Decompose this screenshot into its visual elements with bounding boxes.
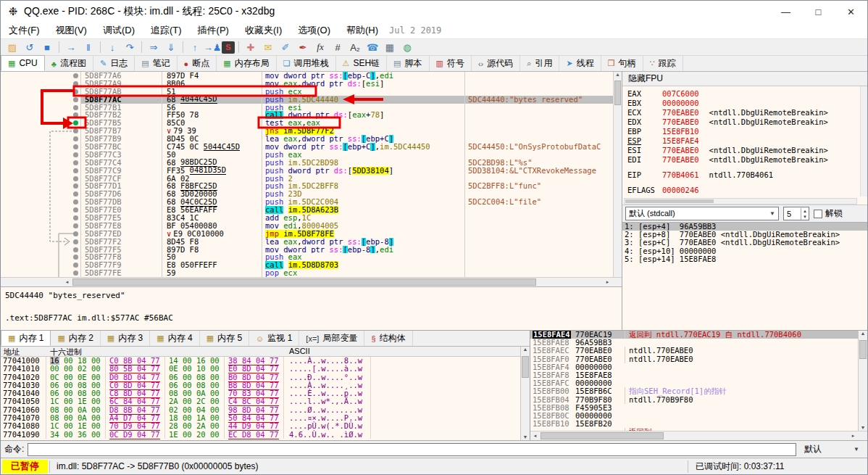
register-row-EDI[interactable]: EDI770EABE0<ntdll.DbgUiRemoteBreakin> (627, 155, 867, 165)
breakpoint-dot[interactable] (70, 263, 80, 268)
tab-局部变量[interactable]: [x=]局部变量 (299, 331, 364, 346)
stack-row[interactable]: 15E8FAEC770EABE0ntdll.770EABE0 (530, 347, 867, 355)
dump-hex-group[interactable]: EC D8 04 77 (224, 431, 283, 439)
breakpoint-dot[interactable] (70, 73, 80, 78)
tab-源代码[interactable]: ‹›源代码 (472, 56, 520, 71)
menu-item[interactable]: 追踪(T) (143, 22, 190, 38)
stack-row[interactable]: 15E8FB0015E8FB6C指向SEH_Record[1]的指针 (530, 387, 867, 395)
command-input[interactable] (28, 443, 796, 456)
scroll-left-icon[interactable]: ◂ (530, 431, 540, 440)
register-row-ESP[interactable]: ESP15E8FAE4 (627, 136, 867, 146)
register-row-ECX[interactable]: ECX770EABE0<ntdll.DbgUiRemoteBreakin> (627, 108, 867, 117)
dump-hex-group[interactable]: 70 D9 04 77 (105, 422, 164, 430)
breakpoint-dot[interactable] (70, 207, 80, 212)
menu-item[interactable]: 文件(F) (1, 22, 48, 38)
tab-流程图[interactable]: ♣流程图 (45, 56, 93, 71)
tab-日志[interactable]: ✎日志 (93, 56, 135, 71)
calculator-icon[interactable]: ▦ (382, 40, 398, 54)
registers-vertical-scrollbar[interactable] (860, 86, 867, 197)
dump-hex-group[interactable]: 0C D9 04 77 (105, 431, 164, 439)
checkbox-icon[interactable] (814, 210, 822, 218)
tab-调用堆栈[interactable]: ❏调用堆栈 (277, 56, 336, 71)
stop-icon[interactable]: ■ (39, 40, 55, 54)
step-into-icon[interactable]: ↓ (104, 40, 120, 54)
maximize-button[interactable]: □ (802, 1, 835, 22)
tab-CPU[interactable]: ▦CPU (1, 55, 45, 71)
disasm-vertical-scrollbar[interactable]: ▲ (613, 72, 622, 277)
dump-vertical-scrollbar[interactable]: ▲▼ (520, 347, 530, 440)
favourite-pen-icon[interactable]: ✒ (295, 40, 311, 54)
breakpoint-dot[interactable] (70, 176, 80, 181)
execute-till-return-icon[interactable]: ⇓ (163, 40, 179, 54)
close-button[interactable]: ✕ (835, 1, 867, 22)
breakpoint-dot[interactable] (70, 199, 80, 205)
stack-vertical-scrollbar[interactable]: ▲▼ (858, 331, 867, 431)
flags-line[interactable]: ZF 1PF 1AF 0 (627, 195, 867, 197)
dump-row[interactable]: 7704109034 00 36 000C D9 04 771E 00 20 0… (1, 431, 530, 439)
dump-hex-group[interactable]: 34 00 36 00 (46, 431, 105, 439)
patch-icon[interactable]: ✚ (243, 40, 259, 54)
tab-内存 1[interactable]: ▦内存 1 (1, 331, 51, 346)
menu-item[interactable]: 插件(P) (190, 22, 237, 38)
scroll-right-icon[interactable]: ▸ (603, 278, 612, 286)
stepper-arrows-icon[interactable]: ▲▼ (801, 208, 809, 220)
step-over-icon[interactable]: ↷ (122, 40, 138, 54)
breakpoint-dot[interactable] (70, 239, 80, 244)
stack-pane[interactable]: 15E8FAE4770EAC19返回到 ntdll.770EAC19 自 ntd… (530, 331, 867, 440)
call-arguments-list[interactable]: 1: [esp+4] 96A59BB32: [esp+8] 770EABE0 <… (622, 222, 867, 330)
breakpoint-dot[interactable] (70, 183, 80, 189)
tab-内存布局[interactable]: ▦内存布局 (217, 56, 276, 71)
run-icon[interactable]: → (63, 40, 79, 54)
calling-convention-select[interactable]: 默认 (stdcall) ▼ (625, 207, 779, 220)
tab-内存 4[interactable]: ▦内存 4 (150, 331, 199, 346)
pause-icon[interactable]: ‖ (80, 40, 96, 54)
menu-item[interactable]: 帮助(H) (338, 22, 386, 38)
unlock-checkbox[interactable]: 解锁 (814, 207, 843, 220)
menu-item[interactable]: 调试(D) (95, 22, 143, 38)
disasm-row[interactable]: 5D8F77AC68 4044C45Dpush im.5DC444405DC44… (1, 96, 622, 104)
tab-内存 5[interactable]: ▦内存 5 (200, 331, 249, 346)
breakpoint-dot[interactable] (70, 81, 80, 86)
hide-fpu-button[interactable]: 隐藏FPU (622, 72, 867, 86)
breakpoint-dot[interactable] (70, 128, 80, 133)
breakpoint-dot[interactable] (70, 255, 80, 260)
tab-线程[interactable]: ➤线程 (559, 56, 601, 71)
breakpoint-dot[interactable] (70, 112, 80, 117)
attach-icon[interactable]: →♟ (204, 40, 220, 54)
breakpoint-dot[interactable] (70, 223, 80, 228)
tab-SEH链[interactable]: ⚠SEH链 (336, 56, 388, 71)
menu-item[interactable]: 选项(O) (290, 22, 338, 38)
breakpoint-dot[interactable] (70, 152, 80, 157)
hash-icon[interactable]: # (330, 40, 346, 54)
run-until-return-icon[interactable]: ↑ (187, 40, 203, 54)
breakpoint-dot[interactable] (70, 270, 80, 276)
breakpoint-dot[interactable] (70, 160, 80, 165)
command-script-dropdown[interactable]: 默认 ▼ (800, 443, 864, 456)
breakpoint-dot[interactable] (70, 89, 80, 94)
open-file-icon[interactable]: ▨ (4, 40, 20, 54)
globe-icon[interactable]: ◍ (399, 40, 415, 54)
restart-icon[interactable]: ↺ (22, 40, 38, 54)
register-row-ESI[interactable]: ESI770EABE0<ntdll.DbgUiRemoteBreakin> (627, 146, 867, 155)
scroll-left-icon[interactable]: ◂ (62, 278, 72, 286)
memory-dump-pane[interactable]: 地址 十六进制 ASCII 7704100016 00 18 00C0 8B 0… (1, 347, 530, 440)
args-depth-stepper[interactable]: 5 ▲▼ (783, 207, 809, 220)
disasm-row[interactable]: 5D8F77C9FF35 0481D35Dpush dword ptr ds:[… (1, 167, 622, 175)
scroll-right-icon[interactable]: ▸ (848, 431, 858, 440)
disasm-row[interactable]: 5D8F77FE59pop ecx (1, 269, 622, 277)
tab-引用[interactable]: ⌕引用 (520, 56, 559, 71)
tab-断点[interactable]: ●断点 (178, 56, 217, 71)
register-row-EBX[interactable]: EBX00000000 (627, 99, 867, 108)
register-list[interactable]: EAX007C6000EBX00000000ECX770EABE0<ntdll.… (622, 86, 867, 197)
register-row-EIP[interactable]: EIP770B4061ntdll.770B4061 (627, 170, 867, 180)
breakpoint-dot[interactable] (70, 247, 80, 252)
fx-icon[interactable]: fx (312, 40, 328, 54)
tab-句柄[interactable]: ❒句柄 (601, 56, 643, 71)
tab-符号[interactable]: ▥符号 (430, 56, 472, 71)
tab-跟踪[interactable]: ∵跟踪 (643, 56, 683, 71)
register-row-EAX[interactable]: EAX007C6000 (627, 89, 867, 99)
minimize-button[interactable]: — (769, 1, 802, 22)
tab-笔记[interactable]: ▤笔记 (135, 56, 177, 71)
breakpoint-dot[interactable] (70, 136, 80, 141)
breakpoint-dot[interactable] (70, 191, 80, 197)
